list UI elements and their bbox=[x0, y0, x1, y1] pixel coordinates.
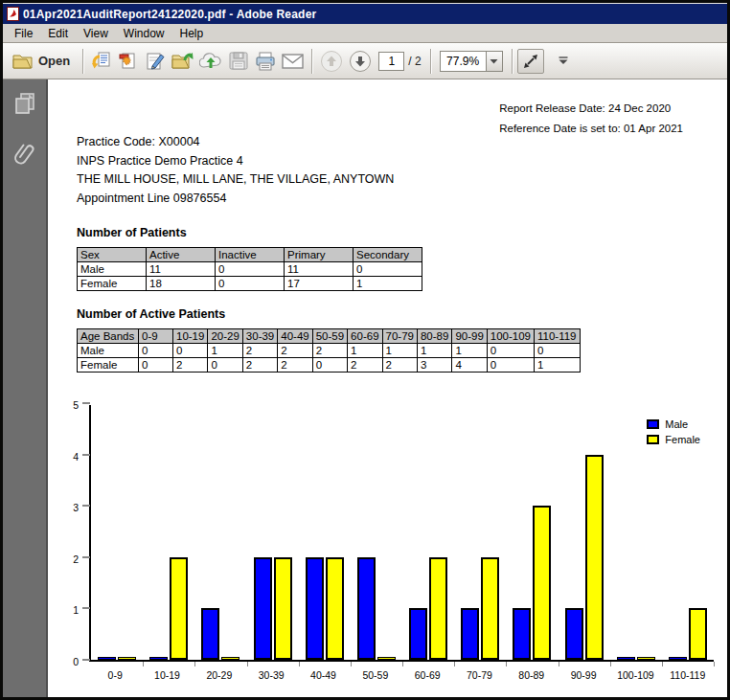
column-header: Secondary bbox=[354, 248, 422, 262]
zoom-control bbox=[440, 51, 503, 72]
bar-female-70-79 bbox=[481, 557, 499, 660]
convert-to-pdf-icon bbox=[91, 52, 112, 71]
legend-swatch-male bbox=[647, 419, 659, 429]
age-band-bar-chart: 012345 0-910-1920-2930-3940-4950-5960-69… bbox=[62, 405, 714, 692]
page-total-label: / 2 bbox=[408, 55, 421, 68]
create-pdf-button[interactable] bbox=[115, 48, 142, 75]
chart-category-90-99 bbox=[559, 405, 610, 660]
next-page-button[interactable] bbox=[346, 48, 375, 75]
x-axis-tick-label: 0-9 bbox=[89, 669, 141, 681]
table-cell: 2 bbox=[278, 344, 312, 358]
toolbar-separator bbox=[82, 49, 83, 74]
page-down-icon bbox=[349, 50, 372, 73]
table-cell: 0 bbox=[354, 262, 422, 277]
report-dates-block: Report Release Date: 24 Dec 2020 Referen… bbox=[499, 99, 683, 139]
y-axis-tick-mark bbox=[82, 556, 90, 558]
x-axis-tick-label: 20-29 bbox=[194, 669, 245, 681]
open-button[interactable]: Open bbox=[9, 48, 78, 75]
legend-swatch-female bbox=[647, 435, 659, 444]
column-header: 110-119 bbox=[535, 329, 581, 344]
bar-male-0-9 bbox=[98, 657, 116, 660]
print-button[interactable] bbox=[252, 48, 279, 75]
zoom-dropdown-button[interactable] bbox=[486, 51, 503, 72]
table-cell: 1 bbox=[417, 344, 451, 358]
open-button-label: Open bbox=[38, 54, 70, 68]
chart-category-30-39 bbox=[247, 405, 299, 660]
table-cell: 11 bbox=[285, 262, 354, 277]
table-cell: 2 bbox=[348, 358, 382, 373]
table-header-row: Age Bands0-910-1920-2930-3940-4950-5960-… bbox=[78, 329, 581, 344]
table-header-row: SexActiveInactivePrimarySecondary bbox=[78, 248, 422, 262]
sign-document-icon bbox=[145, 52, 166, 71]
x-axis-tick-label: 50-59 bbox=[350, 669, 401, 681]
table-cell: 2 bbox=[173, 358, 208, 373]
menu-item-window[interactable]: Window bbox=[116, 25, 172, 42]
table-cell: 11 bbox=[147, 262, 216, 277]
bar-male-60-69 bbox=[409, 608, 427, 660]
table-cell: 3 bbox=[417, 358, 451, 373]
print-icon bbox=[255, 52, 276, 71]
x-axis-tick-label: 80-89 bbox=[506, 669, 558, 681]
bar-male-50-59 bbox=[357, 557, 376, 660]
page-thumbnails-icon[interactable] bbox=[12, 91, 37, 116]
column-header: 10-19 bbox=[173, 329, 208, 344]
table-cell: 2 bbox=[242, 344, 277, 358]
y-axis-tick-mark bbox=[82, 454, 90, 456]
attachments-paperclip-icon[interactable] bbox=[12, 141, 37, 166]
bar-female-110-119 bbox=[689, 608, 707, 660]
table-cell: 0 bbox=[535, 344, 581, 358]
x-axis-tick-label: 110-119 bbox=[662, 669, 714, 681]
table-cell: 1 bbox=[208, 344, 242, 358]
table-cell: Male bbox=[78, 262, 147, 277]
bar-male-10-19 bbox=[149, 657, 168, 660]
sign-document-button[interactable] bbox=[142, 48, 169, 75]
save-button[interactable] bbox=[225, 48, 252, 75]
bar-male-20-29 bbox=[201, 608, 219, 660]
page-up-icon bbox=[320, 50, 343, 73]
y-axis-tick-mark bbox=[82, 505, 90, 507]
column-header: 60-69 bbox=[348, 329, 382, 344]
table-row: Female020220223401 bbox=[78, 358, 581, 373]
y-axis-tick-label: 4 bbox=[73, 451, 79, 463]
column-header: 80-89 bbox=[417, 329, 451, 344]
column-header: 70-79 bbox=[382, 329, 417, 344]
fit-window-button[interactable] bbox=[517, 49, 544, 74]
zoom-level-input[interactable] bbox=[440, 51, 486, 72]
patients-table-title: Number of Patients bbox=[77, 226, 187, 239]
content-area: Report Release Date: 24 Dec 2020 Referen… bbox=[3, 79, 727, 697]
table-cell: 2 bbox=[278, 358, 312, 373]
menu-item-file[interactable]: File bbox=[7, 25, 40, 42]
appointment-line: Appointment Line 09876554 bbox=[77, 190, 394, 209]
table-cell: 0 bbox=[208, 358, 242, 373]
practice-code-line: Practice Code: X00004 bbox=[77, 133, 394, 152]
pdf-page: Report Release Date: 24 Dec 2020 Referen… bbox=[48, 79, 727, 697]
column-header: 100-109 bbox=[487, 329, 534, 344]
share-cloud-upload-button[interactable] bbox=[196, 48, 225, 75]
email-button[interactable] bbox=[279, 48, 307, 75]
save-floppy-icon bbox=[229, 52, 248, 70]
bar-female-90-99 bbox=[585, 455, 604, 660]
menu-item-edit[interactable]: Edit bbox=[40, 25, 76, 42]
patients-table: SexActiveInactivePrimarySecondaryMale110… bbox=[77, 247, 422, 291]
menu-item-help[interactable]: Help bbox=[172, 25, 212, 42]
bar-female-30-39 bbox=[274, 557, 292, 660]
previous-page-button[interactable] bbox=[317, 48, 346, 75]
convert-to-pdf-button[interactable] bbox=[88, 48, 115, 75]
table-cell: 1 bbox=[354, 277, 422, 291]
table-cell: 1 bbox=[382, 344, 417, 358]
reference-date-line: Reference Date is set to: 01 Apr 2021 bbox=[499, 119, 683, 139]
table-cell: 0 bbox=[312, 358, 347, 373]
table-cell: Female bbox=[78, 358, 139, 373]
menu-item-view[interactable]: View bbox=[76, 25, 116, 42]
chart-legend: MaleFemale bbox=[647, 418, 700, 449]
toolbar-overflow-button[interactable] bbox=[550, 48, 577, 75]
table-cell: Female bbox=[78, 277, 147, 291]
email-envelope-icon bbox=[282, 54, 304, 69]
page-number-input[interactable] bbox=[378, 52, 404, 71]
export-folder-button[interactable] bbox=[169, 48, 196, 75]
table-cell: 0 bbox=[216, 277, 285, 291]
adobe-reader-window: 01Apr2021AuditReport24122020.pdf - Adobe… bbox=[0, 0, 730, 700]
column-header: 40-49 bbox=[278, 329, 312, 344]
chart-categories bbox=[91, 405, 714, 660]
table-cell: Male bbox=[78, 344, 139, 358]
